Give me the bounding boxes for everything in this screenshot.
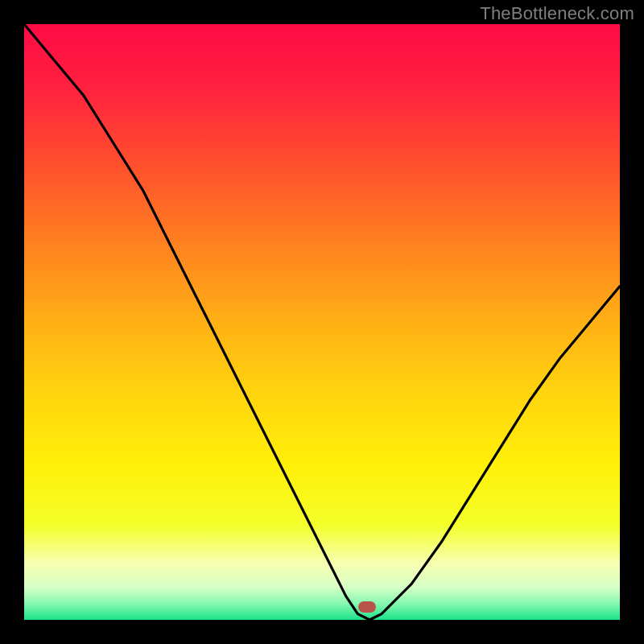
chart-stage: TheBottleneck.com — [0, 0, 644, 644]
optimal-point-marker — [358, 601, 376, 613]
chart-canvas — [0, 0, 644, 644]
watermark-text: TheBottleneck.com — [480, 3, 634, 24]
plot-background — [24, 24, 620, 620]
